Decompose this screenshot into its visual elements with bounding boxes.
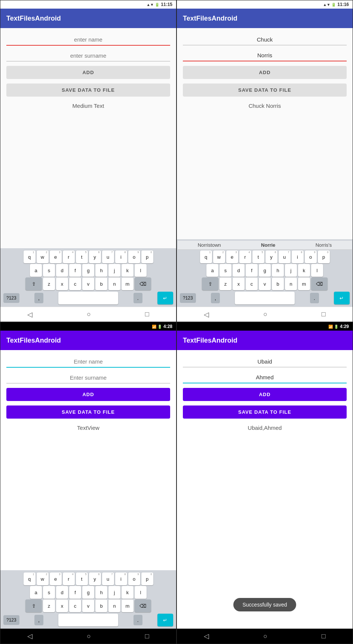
kb-key-a-2[interactable]: a (206, 264, 218, 277)
kb-key-m-2[interactable]: m (298, 277, 310, 290)
nav-back-1[interactable]: ◁ (27, 310, 33, 319)
kb-delete-1[interactable]: ⌫ (135, 277, 151, 290)
kb-key-y-2[interactable]: 6y (265, 250, 277, 263)
surname-input-2[interactable] (183, 50, 347, 61)
kb-comma-2[interactable]: , (211, 293, 220, 303)
kb-key-l-3[interactable]: l (135, 586, 147, 599)
kb-key-d-2[interactable]: d (233, 264, 245, 277)
suggestion-3-2[interactable]: Norris's (316, 242, 332, 248)
kb-key-v-3[interactable]: v (82, 599, 94, 612)
nav-home-4[interactable]: ○ (263, 632, 267, 640)
kb-shift-2[interactable]: ⇧ (202, 277, 218, 290)
save-button-3[interactable]: SAVE DATA TO FILE (6, 405, 170, 419)
kb-shift-1[interactable]: ⇧ (25, 277, 42, 290)
kb-key-w-1[interactable]: 2w (37, 250, 49, 263)
kb-key-k-3[interactable]: k (122, 586, 133, 599)
nav-home-2[interactable]: ○ (263, 310, 267, 318)
name-input-1[interactable] (6, 34, 170, 46)
kb-key-k-2[interactable]: k (298, 264, 310, 277)
save-button-1[interactable]: SAVE DATA TO FILE (6, 83, 170, 97)
surname-input-3[interactable] (6, 372, 170, 383)
save-button-4[interactable]: SAVE DATA TO FILE (183, 405, 347, 419)
kb-enter-3[interactable]: ↵ (157, 614, 173, 626)
nav-recents-1[interactable]: □ (145, 310, 149, 318)
kb-key-f-1[interactable]: f (69, 264, 81, 277)
kb-key-p-3[interactable]: 0p (141, 572, 153, 585)
kb-key-b-1[interactable]: b (95, 277, 107, 290)
kb-key-y-3[interactable]: 6y (89, 572, 101, 585)
suggestion-2-2[interactable]: Norrie (261, 242, 275, 248)
kb-key-a-1[interactable]: a (30, 264, 42, 277)
kb-key-d-1[interactable]: d (56, 264, 68, 277)
kb-period-1[interactable]: . (133, 293, 142, 303)
kb-key-s-2[interactable]: s (220, 264, 231, 277)
save-button-2[interactable]: SAVE DATA TO FILE (183, 83, 347, 97)
kb-key-j-1[interactable]: j (108, 264, 120, 277)
nav-home-1[interactable]: ○ (87, 310, 91, 318)
kb-key-u-2[interactable]: 7u (279, 250, 291, 263)
kb-123-1[interactable]: ?123 (3, 293, 19, 303)
kb-key-i-1[interactable]: 8i (115, 250, 127, 263)
name-input-3[interactable] (6, 356, 170, 368)
kb-key-m-3[interactable]: m (122, 599, 133, 612)
surname-input-1[interactable] (6, 50, 170, 61)
suggestion-1-2[interactable]: Norristown (198, 242, 221, 248)
kb-key-s-1[interactable]: s (43, 264, 55, 277)
kb-key-x-2[interactable]: x (233, 277, 245, 290)
nav-home-3[interactable]: ○ (87, 632, 91, 640)
kb-key-y-1[interactable]: 6y (89, 250, 101, 263)
add-button-4[interactable]: ADD (183, 388, 347, 401)
kb-key-b-3[interactable]: b (95, 599, 107, 612)
kb-key-k-1[interactable]: k (122, 264, 133, 277)
kb-key-z-1[interactable]: z (43, 277, 55, 290)
kb-key-l-1[interactable]: l (135, 264, 147, 277)
kb-key-e-1[interactable]: 3e (50, 250, 62, 263)
kb-key-p-1[interactable]: 0p (141, 250, 153, 263)
kb-enter-1[interactable]: ↵ (157, 292, 173, 304)
kb-key-o-2[interactable]: 9o (305, 250, 317, 263)
nav-back-3[interactable]: ◁ (27, 632, 33, 640)
kb-key-n-1[interactable]: n (108, 277, 120, 290)
kb-key-v-1[interactable]: v (82, 277, 94, 290)
kb-key-h-2[interactable]: h (272, 264, 284, 277)
kb-key-g-3[interactable]: g (82, 586, 94, 599)
kb-key-j-3[interactable]: j (108, 586, 120, 599)
nav-recents-4[interactable]: □ (322, 632, 326, 640)
kb-key-r-2[interactable]: 4r (239, 250, 251, 263)
kb-enter-2[interactable]: ↵ (334, 292, 350, 304)
kb-123-3[interactable]: ?123 (3, 615, 19, 625)
kb-space-2[interactable] (235, 292, 295, 304)
kb-comma-3[interactable]: , (34, 615, 43, 625)
kb-key-d-3[interactable]: d (56, 586, 68, 599)
kb-key-t-3[interactable]: 5t (76, 572, 88, 585)
kb-period-2[interactable]: . (310, 293, 319, 303)
kb-key-w-2[interactable]: 2w (213, 250, 225, 263)
kb-123-2[interactable]: ?123 (180, 293, 196, 303)
kb-delete-3[interactable]: ⌫ (135, 599, 151, 612)
name-input-4[interactable] (183, 356, 347, 367)
kb-key-c-1[interactable]: c (69, 277, 81, 290)
kb-key-s-3[interactable]: s (43, 586, 55, 599)
kb-key-t-1[interactable]: 5t (76, 250, 88, 263)
nav-back-2[interactable]: ◁ (204, 310, 209, 319)
kb-key-l-2[interactable]: l (311, 264, 323, 277)
kb-key-w-3[interactable]: 2w (37, 572, 49, 585)
kb-key-c-2[interactable]: c (246, 277, 258, 290)
surname-input-4[interactable] (183, 372, 347, 383)
kb-key-z-3[interactable]: z (43, 599, 55, 612)
kb-key-e-2[interactable]: 3e (226, 250, 238, 263)
kb-key-i-2[interactable]: 8i (292, 250, 304, 263)
kb-key-q-3[interactable]: 1q (24, 572, 36, 585)
nav-back-4[interactable]: ◁ (204, 632, 209, 640)
add-button-3[interactable]: ADD (6, 388, 170, 401)
kb-key-r-3[interactable]: 4r (63, 572, 75, 585)
nav-recents-3[interactable]: □ (145, 632, 149, 640)
kb-key-x-3[interactable]: x (56, 599, 68, 612)
kb-key-q-1[interactable]: 1q (24, 250, 36, 263)
kb-comma-1[interactable]: , (34, 293, 43, 303)
kb-key-n-3[interactable]: n (108, 599, 120, 612)
kb-key-g-1[interactable]: g (82, 264, 94, 277)
kb-key-c-3[interactable]: c (69, 599, 81, 612)
kb-key-o-3[interactable]: 9o (128, 572, 140, 585)
kb-key-n-2[interactable]: n (285, 277, 297, 290)
